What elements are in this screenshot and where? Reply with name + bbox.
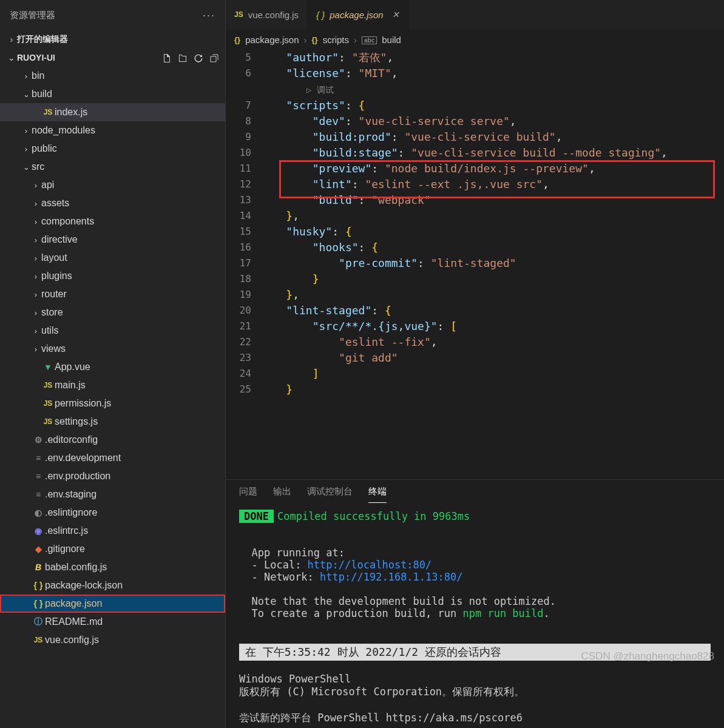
code-line[interactable]: 16 "hooks": {: [226, 240, 724, 255]
done-badge: DONE: [239, 510, 274, 523]
file-.editorconfig[interactable]: ⚙.editorconfig: [0, 431, 225, 449]
chevron-right-icon: ›: [30, 290, 41, 299]
folder-utils[interactable]: ›utils: [0, 322, 225, 340]
chevron-down-icon: ⌄: [21, 163, 32, 172]
panel-tab-问题[interactable]: 问题: [239, 486, 257, 503]
open-editors-section[interactable]: › 打开的编辑器: [0, 30, 225, 49]
chevron-right-icon: ›: [30, 235, 41, 244]
code-line[interactable]: 25 }: [226, 382, 724, 397]
code-line[interactable]: 18 }: [226, 271, 724, 287]
file-main.js[interactable]: JSmain.js: [0, 376, 225, 394]
chevron-right-icon: ›: [30, 326, 41, 335]
more-icon[interactable]: ···: [203, 9, 215, 22]
folder-layout[interactable]: ›layout: [0, 249, 225, 267]
breadcrumb-icon: {}: [312, 35, 318, 44]
folder-assets[interactable]: ›assets: [0, 194, 225, 212]
breadcrumb[interactable]: {}package.json›{}scripts›abcbuild: [226, 29, 724, 50]
file-.eslintrc.js[interactable]: ◉.eslintrc.js: [0, 522, 225, 540]
file-index.js[interactable]: JSindex.js: [0, 103, 225, 121]
code-line[interactable]: 21 "src/**/*.{js,vue}": [: [226, 318, 724, 334]
file-.eslintignore[interactable]: ◐.eslintignore: [0, 504, 225, 522]
project-label: RUOYI-UI: [17, 53, 55, 62]
code-line[interactable]: 7 "scripts": {: [226, 98, 724, 113]
breadcrumb-item[interactable]: package.json: [245, 35, 299, 45]
chevron-down-icon: ⌄: [21, 90, 32, 99]
tab-vue.config.js[interactable]: JSvue.config.js: [226, 0, 308, 29]
folder-views[interactable]: ›views: [0, 340, 225, 358]
code-line[interactable]: 22 "eslint --fix",: [226, 334, 724, 350]
code-line[interactable]: 15 "husky": {: [226, 224, 724, 240]
folder-store[interactable]: ›store: [0, 303, 225, 322]
explorer-title: 资源管理器: [10, 10, 55, 21]
panel-tab-终端[interactable]: 终端: [368, 486, 387, 503]
code-line[interactable]: 14 },: [226, 208, 724, 224]
folder-src[interactable]: ⌄src: [0, 158, 225, 176]
project-section[interactable]: ⌄ RUOYI-UI: [0, 49, 225, 67]
npm-cmd: npm run build: [462, 607, 543, 619]
file-tree[interactable]: ›bin⌄buildJSindex.js›node_modules›public…: [0, 67, 225, 728]
close-icon[interactable]: ✕: [392, 10, 399, 19]
new-file-icon[interactable]: [162, 52, 172, 62]
code-line[interactable]: 10 "build:stage": "vue-cli-service build…: [226, 145, 724, 161]
panel-tab-输出[interactable]: 输出: [273, 486, 291, 503]
code-line[interactable]: 19 },: [226, 287, 724, 303]
panel-tab-调试控制台[interactable]: 调试控制台: [307, 486, 353, 503]
terminal[interactable]: DONECompiled successfully in 9963ms App …: [226, 503, 724, 728]
file-permission.js[interactable]: JSpermission.js: [0, 394, 225, 413]
folder-node_modules[interactable]: ›node_modules: [0, 121, 225, 140]
file-package.json[interactable]: { }package.json: [0, 595, 225, 613]
chevron-right-icon: ›: [30, 181, 41, 190]
file-.env.production[interactable]: ≡.env.production: [0, 467, 225, 485]
breadcrumb-item[interactable]: build: [382, 35, 401, 45]
file-babel.config.js[interactable]: Bbabel.config.js: [0, 558, 225, 576]
code-line[interactable]: 23 "git add": [226, 350, 724, 366]
file-.env.development[interactable]: ≡.env.development: [0, 449, 225, 467]
chevron-right-icon: ›: [30, 272, 41, 281]
file-App.vue[interactable]: ▼App.vue: [0, 358, 225, 376]
breadcrumb-icon: {}: [234, 35, 240, 44]
file-README.md[interactable]: ⓘREADME.md: [0, 613, 225, 631]
folder-components[interactable]: ›components: [0, 212, 225, 231]
refresh-icon[interactable]: [194, 52, 203, 62]
open-editors-label: 打开的编辑器: [17, 34, 68, 45]
local-url[interactable]: http://localhost:80/: [308, 559, 432, 571]
file-settings.js[interactable]: JSsettings.js: [0, 413, 225, 431]
code-line[interactable]: 9 "build:prod": "vue-cli-service build",: [226, 129, 724, 145]
code-line[interactable]: 20 "lint-staged": {: [226, 303, 724, 318]
code-line[interactable]: 8 "dev": "vue-cli-service serve",: [226, 113, 724, 129]
folder-build[interactable]: ⌄build: [0, 85, 225, 103]
breadcrumb-item[interactable]: scripts: [323, 35, 349, 45]
ps-line-3a: 尝试新的跨平台: [239, 712, 317, 724]
code-line[interactable]: 5 "author": "若依",: [226, 50, 724, 66]
ps-line-1: Windows PowerShell: [239, 673, 711, 685]
folder-plugins[interactable]: ›plugins: [0, 267, 225, 285]
chevron-right-icon: ›: [30, 217, 41, 226]
tab-package.json[interactable]: { }package.json✕: [308, 0, 408, 29]
chevron-right-icon: ›: [6, 35, 17, 44]
file-.gitignore[interactable]: ◆.gitignore: [0, 540, 225, 558]
folder-directive[interactable]: ›directive: [0, 231, 225, 249]
new-folder-icon[interactable]: [178, 52, 188, 62]
code-line[interactable]: 13 "build": "webpack": [226, 192, 724, 208]
code-line[interactable]: 17 "pre-commit": "lint-staged": [226, 255, 724, 271]
code-line[interactable]: 11 "preview": "node build/index.js --pre…: [226, 161, 724, 177]
folder-api[interactable]: ›api: [0, 176, 225, 194]
folder-bin[interactable]: ›bin: [0, 67, 225, 85]
code-line[interactable]: ▷ 调试: [226, 81, 724, 98]
breadcrumb-icon: abc: [362, 35, 377, 44]
code-line[interactable]: 6 "license": "MIT",: [226, 66, 724, 81]
chevron-down-icon: ⌄: [6, 53, 17, 62]
folder-public[interactable]: ›public: [0, 140, 225, 158]
collapse-icon[interactable]: [209, 52, 219, 62]
network-url[interactable]: http://192.168.1.13:80/: [320, 571, 462, 583]
compile-msg: Compiled successfully in 9963ms: [277, 510, 470, 522]
chevron-right-icon: ›: [30, 308, 41, 317]
editor[interactable]: 5 "author": "若依",6 "license": "MIT", ▷ 调…: [226, 50, 724, 479]
code-line[interactable]: 12 "lint": "eslint --ext .js,.vue src",: [226, 177, 724, 192]
file-package-lock.json[interactable]: { }package-lock.json: [0, 576, 225, 595]
folder-router[interactable]: ›router: [0, 285, 225, 303]
chevron-right-icon: ›: [21, 72, 32, 81]
code-line[interactable]: 24 ]: [226, 366, 724, 382]
file-.env.staging[interactable]: ≡.env.staging: [0, 485, 225, 504]
file-vue.config.js[interactable]: JSvue.config.js: [0, 631, 225, 649]
